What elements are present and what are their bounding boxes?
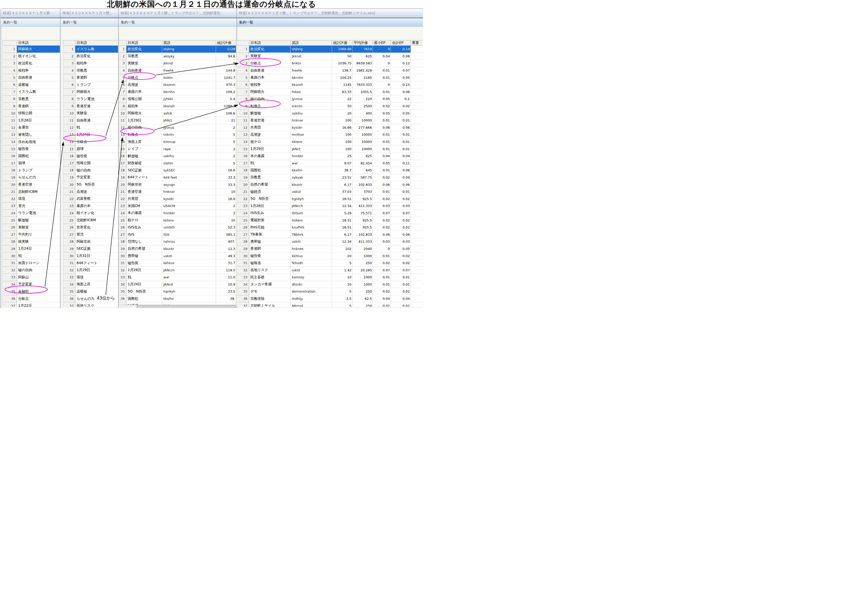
cell-japanese[interactable]: 環境 — [75, 274, 118, 281]
table-row[interactable]: 32嘘の自由 — [3, 267, 60, 274]
table-row[interactable]: 291月24日 — [3, 245, 60, 252]
row-number-cell[interactable]: 5 — [3, 74, 17, 81]
row-number-cell[interactable]: 10 — [119, 110, 126, 117]
table-row[interactable]: 24核イオン化 — [63, 210, 118, 217]
table-row[interactable]: 24ISIS生みISISum5.2975.5710.070.07 — [237, 210, 423, 217]
table-row[interactable]: 8ウラン電池 — [63, 95, 118, 103]
cell-japanese[interactable]: 1月24日 — [75, 131, 118, 138]
table-row[interactable]: 28范増なしnshnzu407. — [119, 238, 236, 245]
table-row[interactable]: 19644フィート644 feet33.3 — [119, 174, 236, 181]
table-row[interactable]: 12嘘の自由jyunus2 — [119, 124, 236, 131]
cell-value[interactable]: 25 — [332, 153, 352, 160]
cell-japanese[interactable]: 財政破綻 — [126, 160, 162, 167]
cell-value[interactable]: 0.06 — [391, 181, 411, 188]
cell-japanese[interactable]: 1月28日 — [17, 117, 60, 124]
row-number-cell[interactable]: 25 — [63, 217, 75, 224]
row-number-cell[interactable]: 35 — [63, 288, 75, 295]
table-row[interactable]: 9香港空港 — [63, 103, 118, 110]
row-number-cell[interactable]: 15 — [119, 145, 126, 153]
cell-value[interactable]: 5 — [216, 160, 236, 167]
row-number-cell[interactable]: 12 — [119, 124, 126, 131]
row-number-cell[interactable]: 23 — [3, 202, 17, 210]
cell-value[interactable]: 1981.428 — [352, 67, 373, 74]
row-number-cell[interactable]: 11 — [3, 117, 17, 124]
cell-japanese[interactable]: 情報公開 — [17, 110, 60, 117]
cell-english[interactable]: kksihn — [162, 295, 216, 302]
cell-japanese[interactable]: イスラム教 — [75, 45, 118, 53]
cell-japanese[interactable]: ウラン電池 — [17, 210, 60, 217]
cell-value[interactable]: 1000 — [352, 274, 373, 281]
cell-japanese[interactable]: 核テロ — [249, 138, 291, 145]
cell-japanese[interactable]: 国際犯 — [17, 153, 60, 160]
cell-english[interactable]: bkrnhn — [291, 74, 332, 81]
table-row[interactable]: 35金融犯 — [3, 288, 60, 295]
table-row[interactable]: 231月28日JANcch12.34411.3330.030.03 — [237, 202, 423, 210]
cell-japanese[interactable]: 范増なし — [126, 238, 162, 245]
row-number-cell[interactable]: 3 — [237, 60, 249, 67]
column-header[interactable]: 統計評価 — [332, 40, 352, 45]
cell-value[interactable]: 0.02 — [373, 260, 391, 267]
table-row[interactable]: 25核テロkktero10 — [119, 217, 236, 224]
row-number-cell[interactable]: 22 — [3, 195, 17, 202]
cell-value[interactable]: 144.8 — [216, 67, 236, 74]
table-row[interactable]: 10情報公開 — [3, 110, 60, 117]
cell-value[interactable]: 2 — [216, 202, 236, 210]
cell-english[interactable]: aksyky — [162, 53, 216, 60]
cell-value[interactable]: 0.02 — [391, 288, 411, 295]
cell-japanese[interactable]: 自然の希望 — [249, 181, 291, 188]
cell-english[interactable]: shjhng — [291, 45, 332, 53]
table-row[interactable]: 7阿蘇噴火fnkas63.331055.50.010.06 — [237, 88, 423, 95]
cell-japanese[interactable]: 戦 — [17, 252, 60, 260]
cell-value[interactable]: 0.06 — [391, 167, 411, 174]
cell-english[interactable]: hgnkyh — [291, 195, 332, 202]
cell-value[interactable]: 0.01 — [391, 281, 411, 288]
table-row[interactable]: 34予定変更 — [3, 281, 60, 288]
cell-japanese[interactable]: 嘘の自由 — [249, 95, 291, 103]
row-number-cell[interactable]: 24 — [3, 210, 17, 217]
cell-value[interactable]: 587.75 — [352, 174, 373, 181]
table-row[interactable]: 14海面上昇kimnup5 — [119, 138, 236, 145]
row-number-cell[interactable]: 17 — [3, 160, 17, 167]
table-row[interactable]: 151月29日JANct100100000.010.01 — [237, 145, 423, 153]
table-row[interactable]: 20香港空港 — [3, 181, 60, 188]
table-row[interactable]: 35温暖嘘 — [63, 288, 118, 295]
cell-japanese[interactable]: 解放嘘 — [126, 153, 162, 160]
cell-english[interactable]: kkhtus — [291, 252, 332, 260]
table-row[interactable]: 16解放嘘uskihu2 — [119, 153, 236, 160]
cell-japanese[interactable]: レイプ — [126, 145, 162, 153]
cell-japanese[interactable]: 暴露の本 — [126, 88, 162, 95]
cell-value[interactable] — [411, 281, 423, 288]
cell-english[interactable]: JANcch — [162, 267, 216, 274]
cell-value[interactable]: 10 — [332, 274, 352, 281]
cell-japanese[interactable]: 共青団 — [249, 124, 291, 131]
cell-value[interactable] — [411, 160, 423, 167]
table-row[interactable]: 15崩壊 — [63, 145, 118, 153]
cell-japanese[interactable]: 実験室 — [249, 53, 291, 60]
cell-english[interactable]: jkknst — [291, 53, 332, 60]
cell-english[interactable]: rape — [162, 145, 216, 153]
cell-english[interactable]: bnktn — [162, 74, 216, 81]
cell-japanese[interactable]: 冒涜 — [75, 231, 118, 238]
row-number-cell[interactable]: 31 — [3, 260, 17, 267]
cell-value[interactable]: 0.03 — [391, 202, 411, 210]
cell-english[interactable]: uskihu — [291, 110, 332, 117]
table-row[interactable]: 24本の暴露hnnbkr2 — [119, 210, 236, 217]
row-number-cell[interactable]: 21 — [119, 188, 126, 195]
cell-value[interactable]: 0.04 — [373, 53, 391, 60]
cell-value[interactable]: 0.04 — [391, 295, 411, 302]
cell-value[interactable]: 23.51 — [332, 174, 352, 181]
cell-value[interactable]: 0.12 — [391, 60, 411, 67]
cell-english[interactable]: NKmsil — [291, 302, 332, 307]
row-number-cell[interactable]: 4 — [3, 67, 17, 74]
cell-value[interactable]: 1036.75 — [332, 60, 352, 67]
cell-value[interactable]: 0.02 — [391, 217, 411, 224]
cell-value[interactable]: 0.01 — [391, 145, 411, 153]
cell-english[interactable]: asyugn — [162, 181, 216, 188]
row-number-cell[interactable]: 26 — [237, 224, 249, 231]
row-number-cell[interactable]: 1 — [119, 45, 126, 53]
table-row[interactable]: 31644フィート — [63, 260, 118, 267]
cell-value[interactable]: 0.02 — [391, 103, 411, 110]
cell-value[interactable]: 82.454 — [352, 160, 373, 167]
cell-japanese[interactable]: 高潮波 — [249, 131, 291, 138]
row-number-cell[interactable]: 8 — [63, 95, 75, 103]
